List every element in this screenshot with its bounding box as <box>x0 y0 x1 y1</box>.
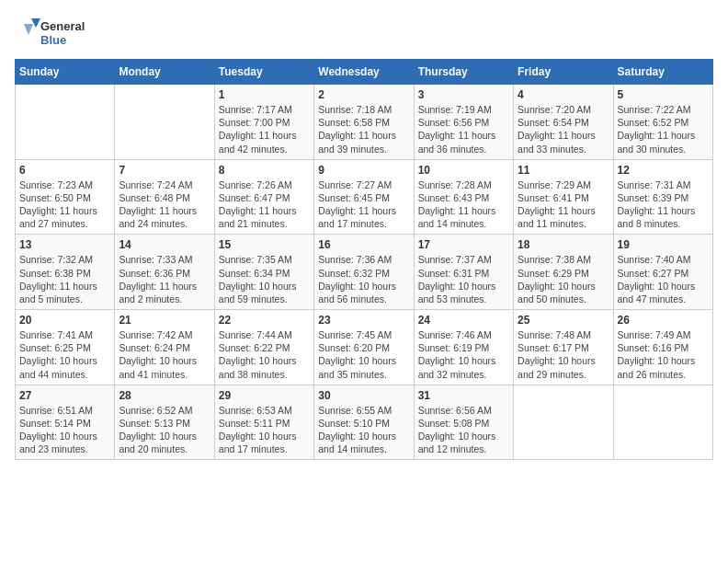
day-cell: 14Sunrise: 7:33 AM Sunset: 6:36 PM Dayli… <box>115 235 214 310</box>
day-number: 21 <box>119 314 210 327</box>
svg-text:Blue: Blue <box>40 33 66 47</box>
day-number: 5 <box>618 88 709 101</box>
day-cell: 28Sunrise: 6:52 AM Sunset: 5:13 PM Dayli… <box>115 385 214 460</box>
day-detail: Sunrise: 7:46 AM Sunset: 6:19 PM Dayligh… <box>418 329 496 380</box>
week-row-4: 20Sunrise: 7:41 AM Sunset: 6:25 PM Dayli… <box>16 310 713 385</box>
svg-marker-2 <box>31 18 40 28</box>
day-detail: Sunrise: 7:49 AM Sunset: 6:16 PM Dayligh… <box>618 329 696 380</box>
calendar-table: SundayMondayTuesdayWednesdayThursdayFrid… <box>15 59 713 460</box>
svg-text:General: General <box>40 19 85 33</box>
day-cell: 26Sunrise: 7:49 AM Sunset: 6:16 PM Dayli… <box>613 310 712 385</box>
day-number: 25 <box>518 314 609 327</box>
page-header: General Blue <box>15 15 713 52</box>
day-detail: Sunrise: 6:56 AM Sunset: 5:08 PM Dayligh… <box>418 405 496 455</box>
day-detail: Sunrise: 7:35 AM Sunset: 6:34 PM Dayligh… <box>219 254 297 304</box>
day-cell: 16Sunrise: 7:36 AM Sunset: 6:32 PM Dayli… <box>314 235 414 310</box>
week-row-5: 27Sunrise: 6:51 AM Sunset: 5:14 PM Dayli… <box>16 385 713 460</box>
day-number: 14 <box>119 238 210 251</box>
day-cell: 31Sunrise: 6:56 AM Sunset: 5:08 PM Dayli… <box>414 385 513 460</box>
day-cell: 15Sunrise: 7:35 AM Sunset: 6:34 PM Dayli… <box>214 235 313 310</box>
week-row-3: 13Sunrise: 7:32 AM Sunset: 6:38 PM Dayli… <box>16 235 713 310</box>
day-detail: Sunrise: 7:26 AM Sunset: 6:47 PM Dayligh… <box>219 179 297 230</box>
day-detail: Sunrise: 6:55 AM Sunset: 5:10 PM Dayligh… <box>318 405 396 455</box>
day-number: 8 <box>219 164 310 177</box>
day-number: 10 <box>418 164 509 177</box>
day-detail: Sunrise: 7:37 AM Sunset: 6:31 PM Dayligh… <box>418 254 496 304</box>
day-cell: 30Sunrise: 6:55 AM Sunset: 5:10 PM Dayli… <box>314 385 414 460</box>
day-detail: Sunrise: 7:23 AM Sunset: 6:50 PM Dayligh… <box>19 179 97 230</box>
day-detail: Sunrise: 7:31 AM Sunset: 6:39 PM Dayligh… <box>618 179 696 230</box>
day-cell: 17Sunrise: 7:37 AM Sunset: 6:31 PM Dayli… <box>414 235 513 310</box>
day-detail: Sunrise: 7:44 AM Sunset: 6:22 PM Dayligh… <box>219 329 297 380</box>
day-cell: 29Sunrise: 6:53 AM Sunset: 5:11 PM Dayli… <box>214 385 313 460</box>
day-cell <box>16 85 115 160</box>
day-number: 27 <box>19 389 110 402</box>
day-cell: 2Sunrise: 7:18 AM Sunset: 6:58 PM Daylig… <box>314 85 414 160</box>
day-detail: Sunrise: 7:22 AM Sunset: 6:52 PM Dayligh… <box>618 104 696 155</box>
day-number: 13 <box>19 238 110 251</box>
day-number: 9 <box>318 164 409 177</box>
day-cell: 10Sunrise: 7:28 AM Sunset: 6:43 PM Dayli… <box>414 159 513 235</box>
day-cell: 19Sunrise: 7:40 AM Sunset: 6:27 PM Dayli… <box>613 235 712 310</box>
day-number: 2 <box>318 88 409 101</box>
day-number: 17 <box>418 238 509 251</box>
day-detail: Sunrise: 6:51 AM Sunset: 5:14 PM Dayligh… <box>19 405 97 455</box>
day-detail: Sunrise: 7:36 AM Sunset: 6:32 PM Dayligh… <box>318 254 396 304</box>
header-thursday: Thursday <box>414 60 513 85</box>
header-monday: Monday <box>115 60 214 85</box>
day-detail: Sunrise: 7:42 AM Sunset: 6:24 PM Dayligh… <box>119 329 197 380</box>
day-number: 19 <box>618 238 709 251</box>
day-number: 30 <box>318 389 409 402</box>
day-number: 26 <box>618 314 709 327</box>
day-cell: 13Sunrise: 7:32 AM Sunset: 6:38 PM Dayli… <box>16 235 115 310</box>
day-detail: Sunrise: 7:19 AM Sunset: 6:56 PM Dayligh… <box>418 104 496 155</box>
day-detail: Sunrise: 7:40 AM Sunset: 6:27 PM Dayligh… <box>618 254 696 304</box>
day-cell: 1Sunrise: 7:17 AM Sunset: 7:00 PM Daylig… <box>214 85 313 160</box>
day-cell: 5Sunrise: 7:22 AM Sunset: 6:52 PM Daylig… <box>613 85 712 160</box>
day-cell: 27Sunrise: 6:51 AM Sunset: 5:14 PM Dayli… <box>16 385 115 460</box>
day-cell: 18Sunrise: 7:38 AM Sunset: 6:29 PM Dayli… <box>514 235 613 310</box>
day-number: 16 <box>318 238 409 251</box>
header-saturday: Saturday <box>613 60 712 85</box>
header-wednesday: Wednesday <box>314 60 414 85</box>
header-tuesday: Tuesday <box>214 60 313 85</box>
logo-svg: General Blue <box>15 15 97 52</box>
day-detail: Sunrise: 7:32 AM Sunset: 6:38 PM Dayligh… <box>19 254 97 304</box>
day-detail: Sunrise: 7:28 AM Sunset: 6:43 PM Dayligh… <box>418 179 496 230</box>
day-cell: 4Sunrise: 7:20 AM Sunset: 6:54 PM Daylig… <box>514 85 613 160</box>
day-cell <box>613 385 712 460</box>
svg-marker-3 <box>24 24 33 35</box>
day-detail: Sunrise: 7:45 AM Sunset: 6:20 PM Dayligh… <box>318 329 396 380</box>
week-row-2: 6Sunrise: 7:23 AM Sunset: 6:50 PM Daylig… <box>16 159 713 235</box>
header-friday: Friday <box>514 60 613 85</box>
day-number: 23 <box>318 314 409 327</box>
day-cell <box>514 385 613 460</box>
day-cell: 24Sunrise: 7:46 AM Sunset: 6:19 PM Dayli… <box>414 310 513 385</box>
day-cell: 20Sunrise: 7:41 AM Sunset: 6:25 PM Dayli… <box>16 310 115 385</box>
day-number: 28 <box>119 389 210 402</box>
day-cell: 11Sunrise: 7:29 AM Sunset: 6:41 PM Dayli… <box>514 159 613 235</box>
day-detail: Sunrise: 7:27 AM Sunset: 6:45 PM Dayligh… <box>318 179 396 230</box>
day-detail: Sunrise: 6:53 AM Sunset: 5:11 PM Dayligh… <box>219 405 297 455</box>
day-number: 11 <box>518 164 609 177</box>
header-sunday: Sunday <box>16 60 115 85</box>
day-number: 20 <box>19 314 110 327</box>
day-detail: Sunrise: 7:17 AM Sunset: 7:00 PM Dayligh… <box>219 104 297 155</box>
day-number: 29 <box>219 389 310 402</box>
day-cell: 9Sunrise: 7:27 AM Sunset: 6:45 PM Daylig… <box>314 159 414 235</box>
day-cell <box>115 85 214 160</box>
day-number: 24 <box>418 314 509 327</box>
day-cell: 3Sunrise: 7:19 AM Sunset: 6:56 PM Daylig… <box>414 85 513 160</box>
day-number: 4 <box>518 88 609 101</box>
day-number: 22 <box>219 314 310 327</box>
day-cell: 8Sunrise: 7:26 AM Sunset: 6:47 PM Daylig… <box>214 159 313 235</box>
day-detail: Sunrise: 7:20 AM Sunset: 6:54 PM Dayligh… <box>518 104 596 155</box>
day-detail: Sunrise: 7:24 AM Sunset: 6:48 PM Dayligh… <box>119 179 197 230</box>
day-detail: Sunrise: 7:48 AM Sunset: 6:17 PM Dayligh… <box>518 329 596 380</box>
day-cell: 25Sunrise: 7:48 AM Sunset: 6:17 PM Dayli… <box>514 310 613 385</box>
day-cell: 6Sunrise: 7:23 AM Sunset: 6:50 PM Daylig… <box>16 159 115 235</box>
day-number: 6 <box>19 164 110 177</box>
day-detail: Sunrise: 7:29 AM Sunset: 6:41 PM Dayligh… <box>518 179 596 230</box>
day-detail: Sunrise: 7:33 AM Sunset: 6:36 PM Dayligh… <box>119 254 197 304</box>
day-number: 7 <box>119 164 210 177</box>
